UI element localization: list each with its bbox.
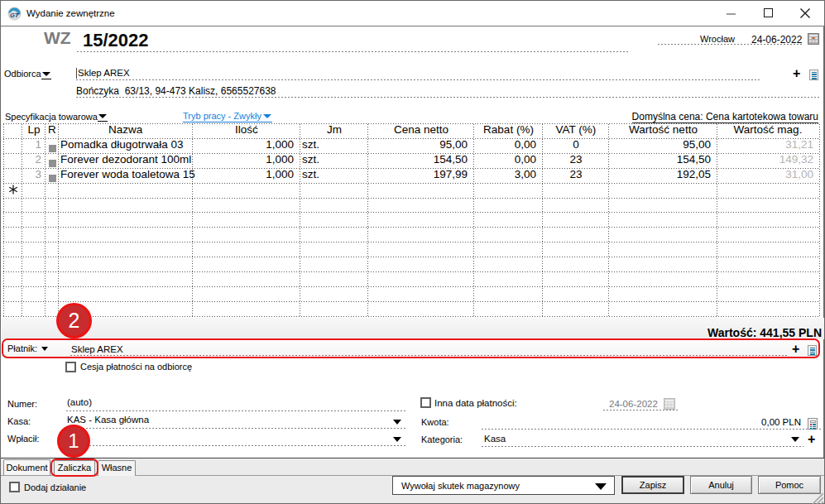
svg-text:GT: GT xyxy=(10,12,20,19)
